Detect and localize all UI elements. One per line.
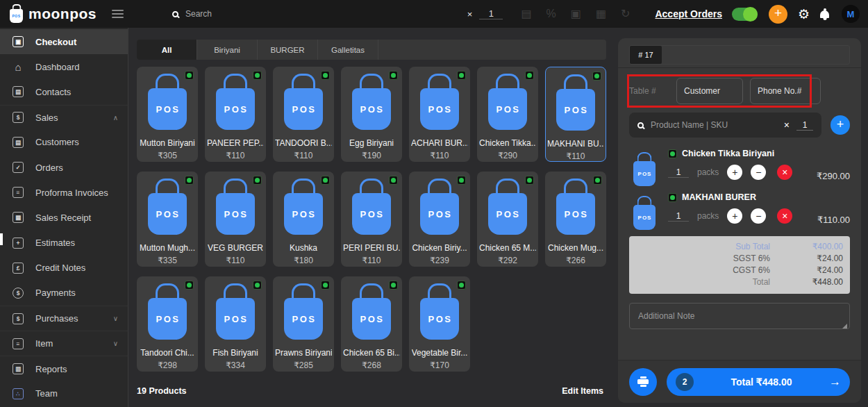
- product-card[interactable]: POS PERI PERI BU... ₹110: [341, 172, 402, 267]
- accept-orders-toggle[interactable]: [732, 8, 758, 21]
- add-product-button[interactable]: +: [831, 115, 850, 135]
- in-stock-status-icon: [321, 281, 330, 290]
- sidebar-item-dashboard[interactable]: ⌂ Dashboard: [0, 54, 128, 79]
- order-number-tab[interactable]: # 17: [630, 46, 662, 64]
- product-card[interactable]: POS Prawns Biriyani ₹285: [273, 276, 334, 372]
- sidebar-item-item[interactable]: ≡ Item ∨: [0, 331, 128, 356]
- decrease-qty-button[interactable]: −: [751, 165, 766, 180]
- product-card[interactable]: POS Egg Biriyani ₹190: [341, 67, 402, 162]
- sidebar-item-purchases[interactable]: $ Purchases ∨: [0, 306, 128, 331]
- cash-drawer-icon[interactable]: ▤: [521, 8, 531, 19]
- sidebar-item-payments[interactable]: $ Payments: [0, 281, 128, 306]
- sidebar-item-estimates[interactable]: + Estimates: [0, 231, 128, 256]
- product-bag-image: POS: [148, 88, 187, 130]
- category-tab[interactable]: All: [137, 40, 197, 60]
- product-price: ₹298: [158, 360, 177, 370]
- product-card[interactable]: POS TANDOORI B... ₹110: [273, 67, 334, 162]
- cart-item-thumbnail: POS: [629, 149, 660, 186]
- sidebar-item-label: Purchases: [35, 313, 78, 324]
- product-card[interactable]: POS VEG BURGER ₹110: [205, 172, 266, 267]
- settings-gear-icon[interactable]: ⚙: [798, 8, 810, 21]
- decrease-qty-button[interactable]: −: [751, 208, 766, 224]
- global-search-input[interactable]: [185, 9, 283, 19]
- in-stock-status-icon: [253, 71, 262, 80]
- product-name: VEG BURGER: [208, 243, 263, 253]
- sidebar-item-checkout[interactable]: ▣ Checkout: [0, 29, 128, 54]
- table-number-input[interactable]: [629, 86, 669, 96]
- sidebar-item-sales[interactable]: $ Sales ∧: [0, 105, 128, 130]
- product-card[interactable]: POS Chicken Mug... ₹266: [545, 172, 606, 267]
- barcode-icon[interactable]: ▦: [596, 8, 606, 19]
- in-stock-status-icon: [593, 176, 602, 185]
- product-card[interactable]: POS Tandoori Chi... ₹298: [137, 276, 198, 372]
- category-tab[interactable]: BURGER: [258, 40, 318, 60]
- notifications-bell-icon[interactable]: [820, 10, 829, 18]
- remove-item-button[interactable]: ×: [777, 165, 792, 180]
- increase-qty-button[interactable]: +: [727, 208, 742, 224]
- print-button[interactable]: [629, 368, 657, 396]
- phone-number-input[interactable]: [750, 78, 821, 104]
- product-name: Mutton Mugh...: [140, 243, 195, 253]
- search-qty-input[interactable]: [796, 120, 813, 131]
- product-card[interactable]: POS Mutton Mugh... ₹335: [137, 172, 198, 267]
- category-tab[interactable]: Biriyani: [197, 40, 258, 60]
- multiplier-input[interactable]: [479, 8, 503, 19]
- totals-value: ₹400.00: [770, 241, 843, 253]
- cart-item-thumbnail: POS: [629, 192, 660, 230]
- product-bag-image: POS: [420, 88, 459, 130]
- refresh-icon[interactable]: ↻: [621, 8, 630, 19]
- chevron-icon: ∧: [113, 114, 118, 122]
- quick-add-button[interactable]: +: [769, 5, 787, 24]
- customer-input[interactable]: [676, 78, 743, 104]
- global-search[interactable]: [172, 9, 283, 19]
- edit-items-link[interactable]: Edit Items: [562, 386, 603, 396]
- totals-row: Total ₹448.00: [636, 276, 843, 288]
- remove-item-button[interactable]: ×: [777, 208, 792, 224]
- user-avatar[interactable]: M: [842, 5, 860, 23]
- additional-note-input[interactable]: [629, 303, 850, 329]
- in-stock-status-icon: [457, 71, 466, 80]
- sidebar-item-contacts[interactable]: ▤ Contacts: [0, 79, 128, 104]
- sidebar-item-credit-notes[interactable]: £ Credit Notes: [0, 256, 128, 281]
- product-price: ₹110: [567, 151, 585, 161]
- home-icon: ⌂: [12, 61, 24, 72]
- discount-icon[interactable]: %: [546, 8, 556, 19]
- product-price: ₹268: [362, 360, 381, 370]
- product-search-box[interactable]: ×: [629, 113, 821, 138]
- cart-qty-input[interactable]: [668, 167, 689, 178]
- product-bag-image: POS: [284, 193, 323, 235]
- product-card[interactable]: POS Mutton Biriyani ₹305: [137, 67, 198, 162]
- cart-qty-input[interactable]: [668, 211, 689, 222]
- product-card[interactable]: POS ACHARI BUR... ₹110: [409, 67, 470, 162]
- product-card[interactable]: POS Chicken Biriy... ₹239: [409, 172, 470, 267]
- cart-item-amount: ₹110.00: [817, 215, 850, 230]
- product-card[interactable]: POS MAKHANI BU... ₹110: [545, 67, 606, 162]
- accept-orders-link[interactable]: Accept Orders: [655, 8, 721, 19]
- category-tab[interactable]: Galletitas: [318, 40, 378, 60]
- sidebar-item-label: Proforma Invoices: [35, 188, 108, 198]
- sidebar-item-reports[interactable]: ▥ Reports: [0, 356, 128, 381]
- product-search-input[interactable]: [651, 120, 777, 130]
- sidebar-item-sales-receipt[interactable]: ▦ Sales Receipt: [0, 205, 128, 230]
- bags-icon[interactable]: ▣: [571, 8, 581, 19]
- increase-qty-button[interactable]: +: [727, 165, 742, 180]
- product-card[interactable]: POS Fish Biriyani ₹334: [205, 276, 266, 372]
- product-bag-image: POS: [633, 205, 656, 230]
- in-stock-status-icon: [253, 176, 262, 185]
- product-card[interactable]: POS PANEER PEP... ₹110: [205, 67, 266, 162]
- hamburger-menu-icon[interactable]: [112, 10, 124, 18]
- product-card[interactable]: POS Kushka ₹180: [273, 172, 334, 267]
- brand: POS moonpos: [0, 6, 97, 23]
- sidebar-item-team[interactable]: ∴ Team: [0, 381, 128, 406]
- sidebar-item-orders[interactable]: ✓ Orders: [0, 155, 128, 180]
- product-bag-image: POS: [216, 88, 255, 130]
- product-card[interactable]: POS Chicken 65 Bi... ₹268: [341, 276, 402, 372]
- product-card[interactable]: POS Chicken Tikka... ₹290: [477, 67, 538, 162]
- checkout-total-button[interactable]: 2 Total ₹448.00 →: [667, 368, 850, 396]
- sidebar-item-customers[interactable]: ▤ Customers: [0, 130, 128, 155]
- product-price: ₹239: [430, 256, 449, 265]
- sidebar-item-proforma-invoices[interactable]: ≡ Proforma Invoices: [0, 180, 128, 205]
- product-card[interactable]: POS Chicken 65 M... ₹292: [477, 172, 538, 267]
- product-card[interactable]: POS Vegetable Bir... ₹170: [409, 276, 470, 372]
- clear-search-icon[interactable]: ×: [784, 119, 790, 131]
